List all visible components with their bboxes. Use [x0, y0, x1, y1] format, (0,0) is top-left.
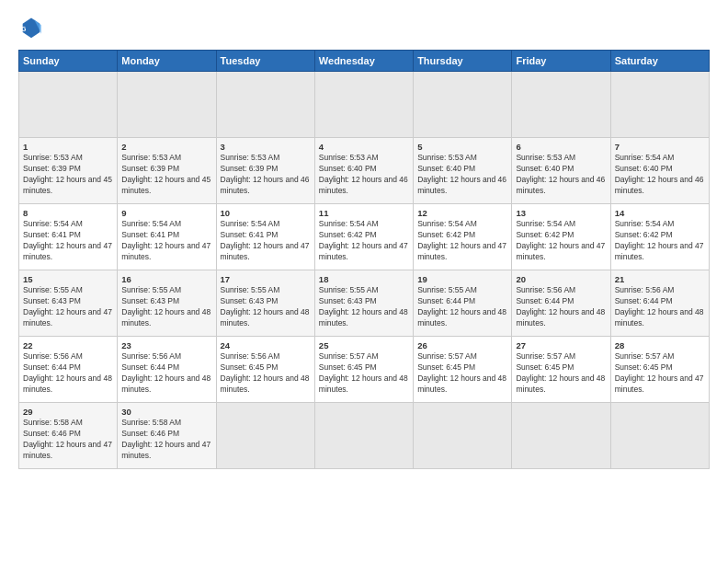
header: G [18, 17, 710, 42]
weekday-header-saturday: Saturday [610, 51, 709, 72]
calendar-cell [216, 403, 314, 469]
calendar-cell [512, 403, 610, 469]
weekday-header-sunday: Sunday [19, 51, 118, 72]
day-info: Sunrise: 5:54 AMSunset: 6:41 PMDaylight:… [23, 219, 113, 263]
svg-text:G: G [21, 26, 27, 32]
day-info: Sunrise: 5:54 AMSunset: 6:42 PMDaylight:… [417, 219, 507, 263]
day-info: Sunrise: 5:58 AMSunset: 6:46 PMDaylight:… [23, 418, 113, 462]
calendar-cell [610, 72, 709, 138]
day-number: 5 [417, 142, 507, 152]
day-info: Sunrise: 5:53 AMSunset: 6:39 PMDaylight:… [121, 153, 211, 197]
day-info: Sunrise: 5:55 AMSunset: 6:43 PMDaylight:… [319, 285, 409, 329]
calendar-table: SundayMondayTuesdayWednesdayThursdayFrid… [18, 50, 710, 469]
calendar-cell: 19 Sunrise: 5:55 AMSunset: 6:44 PMDaylig… [414, 270, 512, 337]
day-number: 13 [516, 208, 606, 218]
day-info: Sunrise: 5:53 AMSunset: 6:40 PMDaylight:… [417, 153, 507, 197]
calendar-cell: 28 Sunrise: 5:57 AMSunset: 6:45 PMDaylig… [610, 337, 709, 403]
day-info: Sunrise: 5:56 AMSunset: 6:44 PMDaylight:… [615, 285, 705, 329]
day-info: Sunrise: 5:54 AMSunset: 6:41 PMDaylight:… [121, 219, 211, 263]
calendar-cell [512, 72, 610, 138]
day-number: 19 [417, 274, 507, 284]
day-info: Sunrise: 5:54 AMSunset: 6:41 PMDaylight:… [221, 219, 311, 263]
day-info: Sunrise: 5:56 AMSunset: 6:44 PMDaylight:… [121, 351, 211, 396]
weekday-header-tuesday: Tuesday [216, 51, 314, 72]
day-info: Sunrise: 5:53 AMSunset: 6:39 PMDaylight:… [23, 153, 113, 197]
day-number: 29 [23, 407, 113, 417]
day-info: Sunrise: 5:57 AMSunset: 6:45 PMDaylight:… [417, 351, 507, 396]
calendar-cell: 24 Sunrise: 5:56 AMSunset: 6:45 PMDaylig… [216, 337, 314, 403]
day-info: Sunrise: 5:54 AMSunset: 6:40 PMDaylight:… [615, 153, 705, 197]
day-number: 30 [121, 407, 211, 417]
calendar-cell: 21 Sunrise: 5:56 AMSunset: 6:44 PMDaylig… [610, 270, 709, 337]
day-number: 17 [221, 274, 311, 284]
calendar-cell: 5 Sunrise: 5:53 AMSunset: 6:40 PMDayligh… [414, 138, 512, 204]
calendar-cell: 15 Sunrise: 5:55 AMSunset: 6:43 PMDaylig… [19, 270, 118, 337]
day-info: Sunrise: 5:54 AMSunset: 6:42 PMDaylight:… [319, 219, 409, 263]
day-number: 15 [23, 274, 113, 284]
calendar-cell: 26 Sunrise: 5:57 AMSunset: 6:45 PMDaylig… [414, 337, 512, 403]
day-info: Sunrise: 5:56 AMSunset: 6:45 PMDaylight:… [221, 351, 311, 396]
page: G SundayMondayTuesdayWednesdayThursdayFr… [0, 0, 728, 563]
calendar-cell [610, 403, 709, 469]
day-number: 11 [319, 208, 409, 218]
calendar-cell: 17 Sunrise: 5:55 AMSunset: 6:43 PMDaylig… [216, 270, 314, 337]
day-info: Sunrise: 5:55 AMSunset: 6:43 PMDaylight:… [221, 285, 311, 329]
calendar-cell: 14 Sunrise: 5:54 AMSunset: 6:42 PMDaylig… [610, 204, 709, 270]
day-info: Sunrise: 5:54 AMSunset: 6:42 PMDaylight:… [615, 219, 705, 263]
day-number: 9 [121, 208, 211, 218]
calendar-cell: 27 Sunrise: 5:57 AMSunset: 6:45 PMDaylig… [512, 337, 610, 403]
calendar-cell: 18 Sunrise: 5:55 AMSunset: 6:43 PMDaylig… [314, 270, 413, 337]
calendar-cell: 12 Sunrise: 5:54 AMSunset: 6:42 PMDaylig… [414, 204, 512, 270]
day-info: Sunrise: 5:53 AMSunset: 6:39 PMDaylight:… [221, 153, 311, 197]
day-number: 20 [516, 274, 606, 284]
day-number: 26 [417, 340, 507, 350]
calendar-cell: 20 Sunrise: 5:56 AMSunset: 6:44 PMDaylig… [512, 270, 610, 337]
calendar-cell: 9 Sunrise: 5:54 AMSunset: 6:41 PMDayligh… [118, 204, 216, 270]
weekday-header-monday: Monday [118, 51, 216, 72]
day-number: 12 [417, 208, 507, 218]
day-number: 14 [615, 208, 705, 218]
day-info: Sunrise: 5:56 AMSunset: 6:44 PMDaylight:… [23, 351, 113, 396]
day-number: 6 [516, 142, 606, 152]
day-info: Sunrise: 5:55 AMSunset: 6:43 PMDaylight:… [23, 285, 113, 329]
calendar-cell: 3 Sunrise: 5:53 AMSunset: 6:39 PMDayligh… [216, 138, 314, 204]
week-row-0 [19, 72, 710, 138]
day-number: 21 [615, 274, 705, 284]
calendar-cell: 10 Sunrise: 5:54 AMSunset: 6:41 PMDaylig… [216, 204, 314, 270]
calendar-cell [19, 72, 118, 138]
weekday-header-row: SundayMondayTuesdayWednesdayThursdayFrid… [19, 51, 710, 72]
week-row-3: 15 Sunrise: 5:55 AMSunset: 6:43 PMDaylig… [19, 270, 710, 337]
calendar-cell: 7 Sunrise: 5:54 AMSunset: 6:40 PMDayligh… [610, 138, 709, 204]
day-info: Sunrise: 5:55 AMSunset: 6:44 PMDaylight:… [417, 285, 507, 329]
day-info: Sunrise: 5:53 AMSunset: 6:40 PMDaylight:… [319, 153, 409, 197]
day-number: 4 [319, 142, 409, 152]
calendar-cell: 29 Sunrise: 5:58 AMSunset: 6:46 PMDaylig… [19, 403, 118, 469]
weekday-header-thursday: Thursday [414, 51, 512, 72]
calendar-cell [118, 72, 216, 138]
day-info: Sunrise: 5:58 AMSunset: 6:46 PMDaylight:… [121, 418, 211, 462]
calendar-cell: 22 Sunrise: 5:56 AMSunset: 6:44 PMDaylig… [19, 337, 118, 403]
day-number: 22 [23, 340, 113, 350]
week-row-1: 1 Sunrise: 5:53 AMSunset: 6:39 PMDayligh… [19, 138, 710, 204]
day-number: 8 [23, 208, 113, 218]
logo-icon: G [18, 17, 44, 42]
weekday-header-wednesday: Wednesday [314, 51, 413, 72]
day-number: 25 [319, 340, 409, 350]
day-info: Sunrise: 5:56 AMSunset: 6:44 PMDaylight:… [516, 285, 606, 329]
calendar-cell [216, 72, 314, 138]
calendar-cell [414, 72, 512, 138]
calendar-cell: 30 Sunrise: 5:58 AMSunset: 6:46 PMDaylig… [118, 403, 216, 469]
day-info: Sunrise: 5:53 AMSunset: 6:40 PMDaylight:… [516, 153, 606, 197]
weekday-header-friday: Friday [512, 51, 610, 72]
day-info: Sunrise: 5:57 AMSunset: 6:45 PMDaylight:… [516, 351, 606, 396]
calendar-cell [314, 72, 413, 138]
day-number: 18 [319, 274, 409, 284]
calendar-cell [314, 403, 413, 469]
day-number: 1 [23, 142, 113, 152]
week-row-2: 8 Sunrise: 5:54 AMSunset: 6:41 PMDayligh… [19, 204, 710, 270]
day-number: 16 [121, 274, 211, 284]
day-number: 27 [516, 340, 606, 350]
day-number: 23 [121, 340, 211, 350]
day-number: 3 [221, 142, 311, 152]
day-number: 10 [221, 208, 311, 218]
